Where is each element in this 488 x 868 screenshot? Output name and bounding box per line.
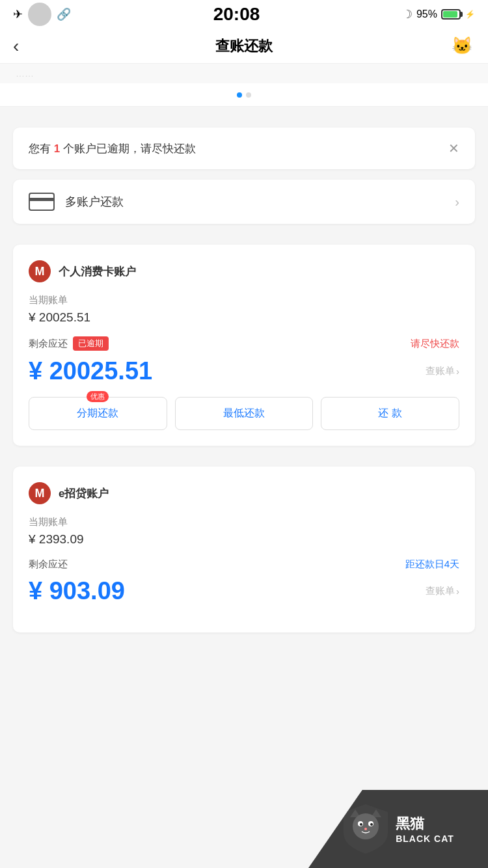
account1-btn3-label: 还 款 (378, 407, 401, 418)
alert-text-1: 您有 (29, 142, 51, 155)
alert-close-button[interactable]: ✕ (448, 141, 459, 156)
alert-count: 1 (54, 142, 60, 155)
account1-overdue-badge: 已逾期 (73, 336, 109, 351)
svg-point-7 (364, 828, 367, 830)
moon-icon: ☽ (402, 7, 413, 21)
account2-remaining-amount: ¥ 903.09 (29, 577, 125, 605)
account1-name: 个人消费卡账户 (59, 264, 136, 279)
section-gap-1 (0, 107, 488, 117)
account2-remaining-row: 剩余应还 距还款日4天 (29, 558, 459, 571)
account1-logo: M (29, 260, 51, 282)
black-cat-watermark: 黑猫 BLACK CAT (308, 790, 488, 868)
account2-remaining-label: 剩余应还 (29, 558, 68, 571)
status-left: ✈ 🔗 (13, 3, 71, 26)
account1-bill-label: 当期账单 (29, 294, 459, 306)
battery-percent: 95% (416, 8, 437, 20)
back-button[interactable]: ‹ (13, 36, 39, 57)
battery-icon (441, 9, 461, 20)
multi-account-row[interactable]: 多账户还款 › (13, 180, 475, 224)
account1-remaining-amount: ¥ 20025.51 (29, 357, 152, 385)
black-cat-cn-text: 黑猫 (396, 814, 454, 834)
multi-account-left: 多账户还款 (29, 193, 124, 211)
account1-view-bill[interactable]: 查账单 › (424, 365, 459, 377)
section-gap-3 (0, 456, 488, 467)
account2-remaining-left: 剩余应还 (29, 558, 68, 571)
account1-urge-text: 请尽快还款 (411, 338, 459, 350)
carousel-dots (0, 83, 488, 107)
account2-days-text: 距还款日4天 (405, 558, 459, 571)
black-cat-en-text: BLACK CAT (396, 834, 454, 844)
dot-2 (246, 92, 251, 98)
shield-svg (342, 803, 389, 855)
status-bar: ✈ 🔗 20:08 ☽ 95% ⚡ (0, 0, 488, 29)
status-time: 20:08 (213, 4, 260, 25)
link-icon: 🔗 (57, 7, 71, 21)
account1-view-bill-label: 查账单 (426, 365, 455, 377)
account2-bill-label: 当期账单 (29, 516, 459, 528)
account1-minpay-button[interactable]: 最低还款 (175, 397, 314, 430)
account1-btn1-label: 分期还款 (77, 407, 118, 418)
account2-name: e招贷账户 (59, 486, 109, 501)
multi-account-label: 多账户还款 (65, 194, 124, 210)
status-right: ☽ 95% ⚡ (402, 7, 475, 21)
account1-bill-amount: ¥ 20025.51 (29, 310, 459, 325)
section-gap-2 (0, 234, 488, 245)
cat-profile-icon[interactable]: 🐱 (449, 33, 475, 59)
account1-btn2-label: 最低还款 (223, 407, 265, 418)
account1-header: M 个人消费卡账户 (29, 260, 459, 282)
account2-logo: M (29, 482, 51, 504)
bolt-icon: ⚡ (465, 10, 475, 19)
nav-bar: ‹ 查账还款 🐱 (0, 29, 488, 64)
svg-point-5 (360, 823, 362, 826)
chevron-right-icon: › (455, 195, 459, 210)
alert-banner: 您有 1 个账户已逾期，请尽快还款 ✕ (13, 128, 475, 169)
page-title: 查账还款 (215, 36, 273, 56)
account1-remaining-row: 剩余应还 已逾期 请尽快还款 (29, 336, 459, 351)
account2-view-bill[interactable]: 查账单 › (424, 585, 459, 597)
card-icon (29, 193, 55, 211)
account2-amount-row: ¥ 903.09 查账单 › (29, 577, 459, 605)
account2-view-bill-chevron: › (456, 586, 459, 597)
alert-text: 您有 1 个账户已逾期，请尽快还款 (29, 141, 196, 156)
dot-1 (237, 92, 242, 98)
watermark-content: 黑猫 BLACK CAT (329, 803, 467, 855)
promo-badge: 优惠 (87, 391, 109, 402)
carousel-strip: …… (0, 64, 488, 83)
account1-installment-button[interactable]: 优惠 分期还款 (29, 397, 167, 430)
account2-header: M e招贷账户 (29, 482, 459, 504)
account1-amount-row: ¥ 20025.51 查账单 › (29, 357, 459, 385)
account-card-2: M e招贷账户 当期账单 ¥ 2393.09 剩余应还 距还款日4天 ¥ 903… (13, 467, 475, 632)
watermark-text: 黑猫 BLACK CAT (396, 814, 454, 844)
account2-view-bill-label: 查账单 (426, 585, 455, 597)
account2-bill-amount: ¥ 2393.09 (29, 532, 459, 547)
alert-text-2: 个账户已逾期，请尽快还款 (63, 142, 196, 155)
airplane-icon: ✈ (13, 7, 23, 21)
account1-view-bill-chevron: › (456, 366, 459, 377)
avatar (28, 3, 51, 26)
account1-remaining-left: 剩余应还 已逾期 (29, 336, 109, 351)
account1-remaining-label: 剩余应还 (29, 338, 68, 350)
account1-pay-button[interactable]: 还 款 (321, 397, 459, 430)
svg-point-2 (353, 813, 379, 839)
account-card-1: M 个人消费卡账户 当期账单 ¥ 20025.51 剩余应还 已逾期 请尽快还款… (13, 245, 475, 446)
account1-action-buttons: 优惠 分期还款 最低还款 还 款 (29, 397, 459, 430)
svg-point-6 (370, 823, 373, 826)
